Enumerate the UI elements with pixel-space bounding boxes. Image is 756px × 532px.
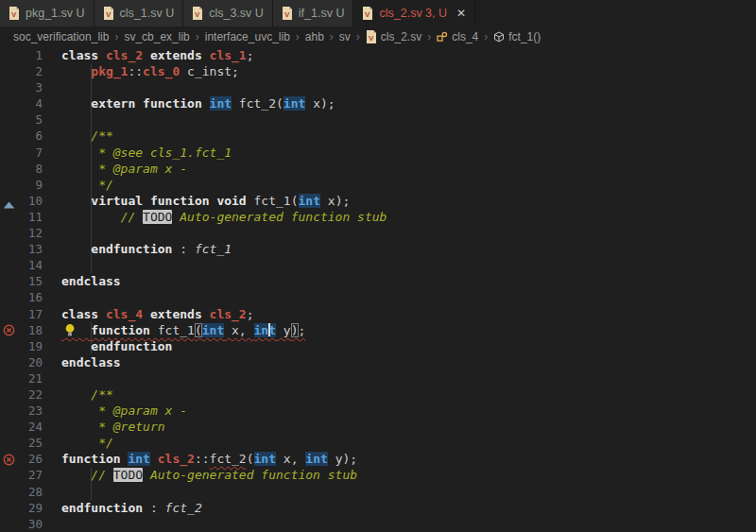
code-line-text: virtual function void fct_1(int x); <box>61 193 350 209</box>
code-line[interactable]: 28 <box>0 484 756 500</box>
code-line-text: endclass <box>61 273 121 289</box>
close-icon[interactable]: ✕ <box>456 8 466 19</box>
code-line[interactable]: 11 // TODO Auto-generated function stub <box>0 209 756 225</box>
code-line[interactable]: 2 pkg_1::cls_0 c_inst; <box>0 63 756 79</box>
line-number: 17 <box>0 306 43 322</box>
line-number: 13 <box>0 241 43 257</box>
todo-badge: TODO <box>113 468 143 482</box>
svg-text:V: V <box>369 34 374 43</box>
code-line[interactable]: 22 /** <box>0 386 756 403</box>
code-line[interactable]: 20endclass <box>0 354 756 370</box>
breadcrumb-separator: › <box>196 30 199 43</box>
code-line[interactable]: 9 */ <box>0 177 756 193</box>
line-number: 23 <box>0 403 43 419</box>
code-line[interactable]: 27 // TODO Auto-generated function stub <box>0 467 756 483</box>
todo-badge: TODO <box>143 210 172 224</box>
line-number: 27 <box>0 467 43 483</box>
code-line[interactable]: 17class cls_4 extends cls_2; <box>0 306 756 322</box>
breadcrumb-item-cls_2sv[interactable]: Vcls_2.sv <box>366 30 421 43</box>
code-line[interactable]: 5 <box>0 112 756 128</box>
error-icon <box>3 324 15 336</box>
breadcrumb-label: soc_verification_lib <box>13 30 109 43</box>
code-editor[interactable]: 1class cls_2 extends cls_1;2 pkg_1::cls_… <box>0 47 756 532</box>
code-line[interactable]: 19 endfunction <box>0 338 756 354</box>
svg-text:V: V <box>11 10 17 19</box>
method-icon <box>493 31 505 43</box>
line-number: 21 <box>0 370 43 386</box>
code-line[interactable]: 30 <box>0 516 756 532</box>
svg-text:V: V <box>284 10 290 19</box>
breadcrumb-item-fct_1[interactable]: fct_1() <box>493 30 541 43</box>
tab-cls_1.sv[interactable]: Vcls_1.sv U <box>94 0 184 26</box>
tab-label: cls_2.sv 3, U <box>379 7 447 20</box>
tab-if_1.sv[interactable]: Vif_1.sv U <box>273 0 354 26</box>
line-number: 30 <box>0 516 43 532</box>
error-icon <box>3 454 15 466</box>
breadcrumb-separator: › <box>484 30 488 43</box>
breadcrumb-item-sv_cb_ex_lib[interactable]: sv_cb_ex_lib <box>124 30 189 43</box>
svg-text:V: V <box>106 10 112 19</box>
line-number: 14 <box>0 257 43 273</box>
code-line[interactable]: 10 virtual function void fct_1(int x); <box>0 193 756 209</box>
code-line[interactable]: 26function int cls_2::fct_2(int x, int y… <box>0 451 756 467</box>
tab-pkg_1.sv[interactable]: Vpkg_1.sv U <box>0 0 94 26</box>
code-line[interactable]: 21 <box>0 370 756 386</box>
tab-cls_2.sv[interactable]: Vcls_2.sv 3, U✕ <box>353 0 475 26</box>
code-line[interactable]: 24 * @return <box>0 419 756 435</box>
code-line-text: // TODO Auto-generated function stub <box>61 209 387 225</box>
code-line[interactable]: 16 <box>0 289 756 305</box>
code-line[interactable]: 13 endfunction : fct_1 <box>0 241 756 257</box>
code-line-text: extern function int fct_2(int x); <box>61 95 335 112</box>
breadcrumb-separator: › <box>296 30 300 43</box>
breadcrumb: soc_verification_lib›sv_cb_ex_lib›interf… <box>0 26 756 47</box>
breadcrumb-item-soc_verification_lib[interactable]: soc_verification_lib <box>13 30 109 43</box>
tab-bar: Vpkg_1.sv UVcls_1.sv UVcls_3.sv UVif_1.s… <box>0 0 756 26</box>
lightbulb-icon-wrap[interactable] <box>64 323 76 340</box>
breadcrumb-item-interface_uvc_lib[interactable]: interface_uvc_lib <box>205 30 290 43</box>
line-number: 7 <box>0 145 43 161</box>
code-line[interactable]: 15endclass <box>0 273 756 289</box>
line-number: 2 <box>0 63 43 79</box>
code-line[interactable]: 8 * @param x - <box>0 161 756 177</box>
text-cursor <box>268 323 270 336</box>
tab-label: cls_3.sv U <box>209 7 264 20</box>
code-line-text: * @param x - <box>61 161 187 177</box>
code-line-text: /** <box>61 386 113 403</box>
lightbulb-icon <box>64 323 76 337</box>
breadcrumb-item-sv[interactable]: sv <box>339 30 351 43</box>
code-line[interactable]: 29endfunction : fct_2 <box>0 500 756 516</box>
line-number: 1 <box>0 47 43 63</box>
file-icon: V <box>366 30 377 43</box>
error-icon-wrap <box>3 324 15 339</box>
line-number: 22 <box>0 386 43 403</box>
code-line[interactable]: 12 <box>0 225 756 241</box>
code-line-text: class cls_2 extends cls_1; <box>61 47 254 63</box>
line-number: 29 <box>0 500 43 516</box>
code-line[interactable]: 18 function fct_1(int x, int y); <box>0 322 756 338</box>
code-line[interactable]: 4 extern function int fct_2(int x); <box>0 95 756 112</box>
code-line[interactable]: 7 * @see cls_1.fct_1 <box>0 145 756 161</box>
line-number: 25 <box>0 435 43 451</box>
tab-cls_3.sv[interactable]: Vcls_3.sv U <box>183 0 273 26</box>
breadcrumb-item-cls_4[interactable]: cls_4 <box>437 30 478 43</box>
svg-text:V: V <box>365 10 370 19</box>
breadcrumb-separator: › <box>427 30 431 43</box>
code-line[interactable]: 14 <box>0 257 756 273</box>
code-line-text: /** <box>61 128 113 144</box>
code-line[interactable]: 23 * @param x - <box>0 403 756 419</box>
code-line[interactable]: 25 */ <box>0 435 756 451</box>
line-number: 12 <box>0 225 43 241</box>
file-icon: V <box>362 7 373 20</box>
code-line[interactable]: 6 /** <box>0 128 756 144</box>
code-line-text: * @param x - <box>61 403 187 419</box>
tab-label: pkg_1.sv U <box>26 7 85 20</box>
code-line-text: * @return <box>61 419 165 435</box>
code-line[interactable]: 3 <box>0 79 756 95</box>
implementations-icon-wrap[interactable] <box>3 197 15 212</box>
code-line-text: endfunction : fct_2 <box>61 500 202 516</box>
code-line[interactable]: 1class cls_2 extends cls_1; <box>0 47 756 63</box>
breadcrumb-separator: › <box>114 30 118 43</box>
breadcrumb-separator: › <box>330 30 334 43</box>
line-number: 3 <box>0 79 43 95</box>
breadcrumb-item-ahb[interactable]: ahb <box>305 30 324 43</box>
